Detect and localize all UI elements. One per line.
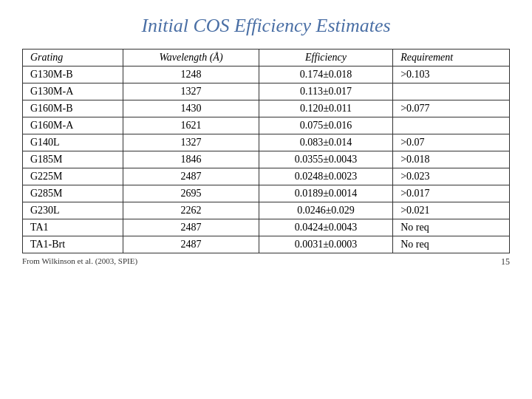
table-cell: 1327	[123, 134, 259, 151]
table-cell: >0.021	[393, 202, 510, 219]
table-cell: 0.0189±0.0014	[259, 185, 392, 202]
table-cell: 0.0248±0.0023	[259, 168, 392, 185]
table-cell: 0.083±0.014	[259, 134, 392, 151]
table-cell: 1248	[123, 66, 259, 83]
table-cell: >0.103	[393, 66, 510, 83]
table-cell: 0.113±0.017	[259, 83, 392, 100]
table-cell: G130M-A	[23, 83, 123, 100]
table-cell: >0.07	[393, 134, 510, 151]
table-row: TA1-Brt24870.0031±0.0003No req	[23, 236, 510, 253]
data-table: Grating Wavelength (Å) Efficiency Requir…	[22, 49, 510, 253]
table-cell: 2487	[123, 168, 259, 185]
table-cell: G225M	[23, 168, 123, 185]
col-header-grating: Grating	[23, 50, 123, 66]
table-row: G185M18460.0355±0.0043>0.018	[23, 151, 510, 168]
table-cell: >0.077	[393, 100, 510, 117]
table-cell: TA1	[23, 219, 123, 236]
table-cell: No req	[393, 219, 510, 236]
table-row: G230L22620.0246±0.029>0.021	[23, 202, 510, 219]
table-cell: 1846	[123, 151, 259, 168]
table-cell: 2262	[123, 202, 259, 219]
table-cell: G140L	[23, 134, 123, 151]
table-cell: G185M	[23, 151, 123, 168]
table-cell	[393, 117, 510, 134]
table-cell	[393, 83, 510, 100]
col-header-requirement: Requirement	[393, 50, 510, 66]
table-row: G140L13270.083±0.014>0.07	[23, 134, 510, 151]
table-cell: >0.017	[393, 185, 510, 202]
table-row: G225M24870.0248±0.0023>0.023	[23, 168, 510, 185]
table-row: G160M-B14300.120±0.011>0.077	[23, 100, 510, 117]
page-container: Initial COS Efficiency Estimates Grating…	[0, 0, 532, 399]
table-cell: 0.0424±0.0043	[259, 219, 392, 236]
page-title: Initial COS Efficiency Estimates	[141, 15, 390, 37]
table-row: G130M-B12480.174±0.018>0.103	[23, 66, 510, 83]
table-row: G285M26950.0189±0.0014>0.017	[23, 185, 510, 202]
table-cell: 0.0355±0.0043	[259, 151, 392, 168]
table-cell: >0.018	[393, 151, 510, 168]
table-cell: 0.075±0.016	[259, 117, 392, 134]
table-cell: No req	[393, 236, 510, 253]
table-row: TA124870.0424±0.0043No req	[23, 219, 510, 236]
table-row: G160M-A16210.075±0.016	[23, 117, 510, 134]
table-cell: >0.023	[393, 168, 510, 185]
table-cell: 1621	[123, 117, 259, 134]
table-cell: G160M-B	[23, 100, 123, 117]
col-header-wavelength: Wavelength (Å)	[123, 50, 259, 66]
table-cell: 2487	[123, 236, 259, 253]
table-cell: 0.0031±0.0003	[259, 236, 392, 253]
table-header-row: Grating Wavelength (Å) Efficiency Requir…	[23, 50, 510, 66]
table-cell: 1327	[123, 83, 259, 100]
table-cell: TA1-Brt	[23, 236, 123, 253]
table-cell: G160M-A	[23, 117, 123, 134]
table-cell: 2695	[123, 185, 259, 202]
page-number: 15	[501, 256, 510, 267]
table-cell: G230L	[23, 202, 123, 219]
table-row: G130M-A13270.113±0.017	[23, 83, 510, 100]
table-cell: 2487	[123, 219, 259, 236]
col-header-efficiency: Efficiency	[259, 50, 392, 66]
footer-note: From Wilkinson et al. (2003, SPIE)	[22, 256, 137, 267]
table-cell: 0.120±0.011	[259, 100, 392, 117]
table-cell: 0.174±0.018	[259, 66, 392, 83]
table-cell: 0.0246±0.029	[259, 202, 392, 219]
table-cell: G285M	[23, 185, 123, 202]
table-cell: G130M-B	[23, 66, 123, 83]
footer-row: From Wilkinson et al. (2003, SPIE) 15	[22, 256, 510, 267]
table-cell: 1430	[123, 100, 259, 117]
